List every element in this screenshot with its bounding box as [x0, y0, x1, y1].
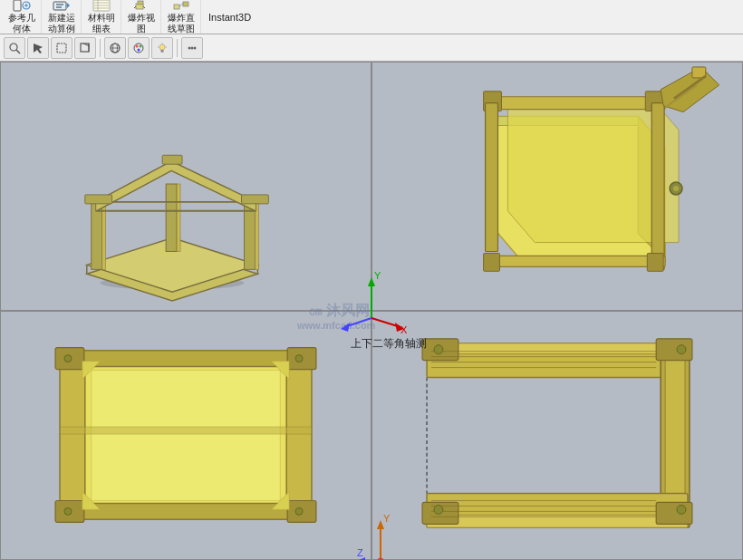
- svg-marker-7: [67, 3, 70, 8]
- menu-label: 爆炸直 线草图: [168, 13, 195, 34]
- svg-point-132: [434, 505, 443, 514]
- explode-view-icon: [132, 0, 150, 12]
- svg-rect-25: [81, 43, 89, 52]
- svg-rect-120: [656, 502, 692, 524]
- svg-rect-72: [486, 103, 498, 252]
- svg-point-32: [136, 44, 139, 47]
- svg-point-131: [677, 345, 686, 354]
- svg-point-41: [188, 46, 191, 49]
- svg-rect-61: [162, 155, 182, 164]
- viewport-bottom-right[interactable]: [372, 311, 743, 560]
- svg-point-130: [434, 345, 443, 354]
- svg-rect-18: [174, 5, 179, 9]
- svg-rect-78: [484, 253, 500, 271]
- toolbar-extra-btn[interactable]: [181, 37, 203, 59]
- svg-point-81: [673, 186, 679, 191]
- svg-point-42: [191, 46, 194, 49]
- viewport-grid: Y X ㎝ 沐风网 www.mfcad.com 上下二等角轴测: [0, 62, 743, 560]
- menu-label: 参考几 何体: [8, 13, 35, 34]
- svg-rect-68: [486, 97, 666, 110]
- svg-rect-24: [57, 43, 66, 53]
- svg-point-107: [64, 507, 72, 515]
- svg-point-105: [64, 355, 72, 362]
- svg-rect-71: [651, 103, 664, 270]
- 3d-view-bottom-left: [1, 312, 371, 559]
- svg-point-34: [138, 48, 140, 51]
- new-motion-icon: [53, 0, 71, 12]
- viewport-top-right[interactable]: [372, 62, 743, 311]
- toolbar-box-btn[interactable]: [74, 37, 96, 59]
- svg-rect-60: [85, 195, 112, 204]
- svg-rect-14: [138, 1, 143, 5]
- svg-line-22: [16, 50, 20, 53]
- svg-rect-56: [255, 202, 258, 269]
- svg-point-106: [295, 355, 303, 362]
- svg-rect-4: [53, 2, 66, 10]
- toolbar-zoom-btn[interactable]: [4, 37, 25, 59]
- svg-rect-53: [166, 184, 177, 251]
- svg-rect-0: [14, 0, 21, 11]
- svg-marker-92: [92, 371, 280, 501]
- svg-line-20: [179, 4, 183, 6]
- 3d-view-bottom-right: [372, 312, 742, 559]
- viewport-top-left[interactable]: [0, 62, 372, 311]
- viewport-bottom-left[interactable]: [0, 311, 372, 560]
- materials-icon: [92, 0, 111, 12]
- svg-point-108: [295, 507, 303, 515]
- menu-ref-geometry[interactable]: 参考几 何体: [2, 0, 42, 34]
- explode-line-icon: [172, 0, 190, 12]
- svg-rect-112: [427, 343, 688, 354]
- menu-instant3d[interactable]: Instant3D: [201, 0, 258, 34]
- menu-label: 材料明 细表: [88, 13, 115, 34]
- svg-rect-62: [242, 195, 269, 204]
- instant3d-label: Instant3D: [208, 12, 251, 23]
- toolbar-cursor-btn[interactable]: [27, 37, 49, 59]
- toolbar-sep-1: [100, 39, 101, 57]
- svg-point-33: [140, 44, 142, 47]
- menu-explode-view[interactable]: 爆炸视 图: [121, 0, 161, 34]
- svg-rect-36: [161, 50, 164, 52]
- toolbar-view-btn[interactable]: [104, 37, 126, 59]
- toolbar-color-btn[interactable]: [128, 37, 150, 59]
- toolbar-light-btn[interactable]: [151, 37, 173, 59]
- svg-point-133: [677, 505, 686, 514]
- menu-explode-line[interactable]: 爆炸直 线草图: [161, 0, 201, 34]
- menu-bar: 参考几 何体 新建运 动算例 材料明 细表: [0, 0, 743, 34]
- svg-rect-54: [177, 184, 180, 251]
- svg-point-21: [10, 43, 17, 51]
- svg-rect-77: [490, 256, 666, 266]
- svg-rect-37: [161, 51, 164, 52]
- svg-rect-109: [60, 427, 312, 434]
- svg-point-43: [194, 46, 197, 49]
- menu-label: 爆炸视 图: [128, 13, 155, 34]
- svg-rect-52: [102, 202, 106, 269]
- svg-rect-114: [665, 357, 685, 515]
- svg-rect-118: [656, 339, 692, 361]
- svg-rect-79: [647, 253, 663, 271]
- 3d-view-top-left: [1, 63, 371, 310]
- svg-rect-51: [92, 202, 102, 269]
- toolbar-select-btn[interactable]: [51, 37, 72, 59]
- menu-new-motion[interactable]: 新建运 动算例: [42, 0, 82, 34]
- svg-rect-93: [60, 355, 85, 517]
- 3d-view-top-right: [372, 63, 742, 310]
- menu-label: 新建运 动算例: [48, 13, 75, 34]
- svg-rect-55: [245, 202, 256, 269]
- toolbar: [0, 34, 743, 62]
- toolbar-sep-2: [177, 39, 178, 57]
- svg-rect-94: [286, 355, 312, 517]
- ref-geometry-icon: [13, 0, 31, 12]
- svg-marker-23: [34, 43, 43, 53]
- svg-point-35: [159, 44, 165, 50]
- menu-materials[interactable]: 材料明 细表: [82, 0, 121, 34]
- svg-rect-19: [183, 2, 188, 6]
